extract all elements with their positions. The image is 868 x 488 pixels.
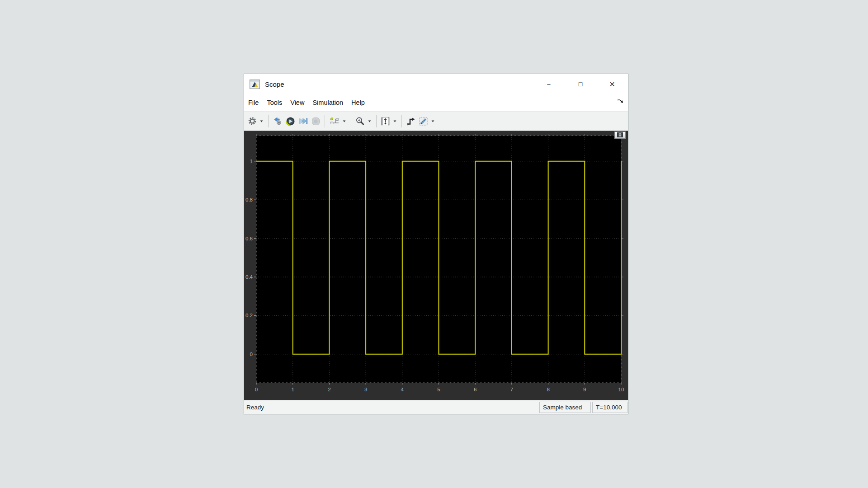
maximize-axes-icon [617, 131, 623, 139]
close-button[interactable]: × [599, 76, 625, 92]
status-text: Ready [246, 404, 264, 411]
scale-axes-button[interactable] [379, 114, 399, 128]
stop-icon [311, 117, 320, 126]
cursor-measurements-button[interactable] [417, 114, 437, 128]
scope-plot[interactable]: 01234567891000.20.40.60.81 [244, 131, 628, 400]
minimize-button[interactable]: − [536, 76, 562, 92]
menu-bar-items: FileToolsViewSimulationHelp [244, 99, 369, 106]
maximize-axes-button[interactable] [614, 131, 626, 139]
plot-panel: 01234567891000.20.40.60.81 [244, 131, 628, 400]
menu-view[interactable]: View [286, 99, 308, 106]
signals-icon [329, 117, 340, 126]
menu-bar: FileToolsViewSimulationHelp [244, 94, 628, 111]
svg-text:7: 7 [510, 387, 513, 392]
dropdown-arrow-icon[interactable] [392, 120, 397, 122]
run-icon [286, 117, 295, 126]
toolbar-separator [401, 115, 402, 127]
sim-time-text: T=10.000 [596, 404, 622, 411]
svg-text:0.4: 0.4 [245, 274, 253, 280]
svg-text:4: 4 [401, 387, 404, 392]
toolbar [244, 111, 628, 131]
svg-text:10: 10 [618, 387, 624, 392]
signal-selector-button[interactable] [328, 114, 348, 128]
svg-text:1: 1 [250, 159, 253, 164]
dropdown-arrow-icon[interactable] [367, 120, 372, 122]
titlebar[interactable]: Scope − □ × [244, 74, 628, 94]
menu-help[interactable]: Help [347, 99, 369, 106]
sim-time-panel: T=10.000 [592, 402, 627, 413]
menu-simulation[interactable]: Simulation [308, 99, 347, 106]
configuration-button[interactable] [246, 114, 265, 128]
gear-icon [248, 117, 257, 126]
svg-text:5: 5 [437, 387, 440, 392]
scope-window: Scope − □ × FileToolsViewSimulationHelp … [244, 74, 628, 414]
toolbar-separator [376, 115, 377, 127]
svg-text:3: 3 [364, 387, 367, 392]
fit-icon [381, 117, 390, 126]
svg-text:0: 0 [250, 352, 253, 357]
magnifier-icon [355, 117, 365, 126]
stop-button [309, 114, 322, 128]
trigger-button[interactable] [405, 114, 417, 128]
menu-tools[interactable]: Tools [263, 99, 286, 106]
toolbar-separator [351, 115, 351, 127]
maximize-button[interactable]: □ [567, 76, 594, 92]
svg-text:6: 6 [474, 387, 476, 392]
step-forward-button[interactable] [297, 114, 309, 128]
measure-icon [419, 117, 428, 126]
svg-text:0.6: 0.6 [245, 236, 253, 241]
toolbar-separator [325, 115, 325, 127]
menu-file[interactable]: File [244, 99, 263, 106]
highlight-simulink-block-button[interactable] [271, 114, 284, 128]
svg-text:0: 0 [255, 387, 258, 392]
sample-mode-text: Sample based [543, 404, 582, 411]
status-bar: Ready Sample based T=10.000 [244, 400, 628, 414]
scope-window-icon [250, 80, 260, 89]
toolbar-separator [268, 115, 269, 127]
svg-text:8: 8 [547, 387, 549, 392]
svg-text:0.8: 0.8 [245, 197, 253, 202]
dropdown-arrow-icon[interactable] [259, 120, 264, 122]
svg-text:9: 9 [583, 387, 586, 392]
svg-text:1: 1 [291, 387, 294, 392]
window-title: Scope [265, 80, 284, 88]
caption-buttons: − □ × [536, 76, 628, 92]
svg-text:0.2: 0.2 [245, 313, 253, 318]
dropdown-arrow-icon[interactable] [342, 120, 347, 122]
svg-text:2: 2 [328, 387, 330, 392]
zoom-button[interactable] [354, 114, 373, 128]
dropdown-arrow-icon[interactable] [430, 120, 435, 122]
step-icon [298, 117, 308, 125]
sample-mode-panel: Sample based [539, 402, 591, 413]
goto-block-icon [273, 117, 283, 126]
run-button[interactable] [284, 114, 297, 128]
trigger-icon [406, 117, 415, 126]
undock-arrow-icon[interactable] [617, 98, 623, 106]
